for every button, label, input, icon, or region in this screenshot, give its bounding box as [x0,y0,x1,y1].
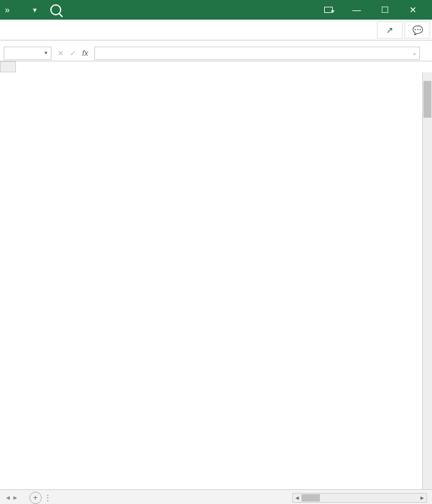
formula-buttons: ✕ ✓ fx [51,48,94,58]
sheet-nav-prev-icon[interactable]: ◄ [5,494,11,501]
search-icon[interactable] [50,4,61,15]
horizontal-scrollbar[interactable]: ◄ ► [292,493,427,503]
ribbon-display-options-icon[interactable] [314,0,343,20]
sheet-nav-next-icon[interactable]: ► [12,494,18,501]
vertical-scrollbar[interactable] [422,72,432,489]
share-button[interactable]: ↗ [377,21,403,39]
comments-button[interactable]: 💬 [404,21,430,39]
cancel-formula-icon[interactable]: ✕ [58,49,64,58]
name-box[interactable]: ▼ [4,47,51,60]
column-headers [0,61,432,72]
hscroll-left-icon[interactable]: ◄ [293,495,301,501]
insert-function-icon[interactable]: fx [82,48,88,58]
sheet-tab-bar: ◄ ► + ⋮ ◄ ► [0,489,432,504]
spreadsheet-grid [0,61,432,489]
minimize-button[interactable]: — [343,0,371,20]
maximize-button[interactable]: ☐ [371,0,399,20]
ribbon-collapse-icon[interactable]: » [5,5,10,15]
formula-bar: ▼ ✕ ✓ fx ⌄ [0,45,432,61]
ribbon-tabs: ↗ 💬 [0,20,432,40]
name-box-dropdown-icon[interactable]: ▼ [44,50,48,56]
hscroll-right-icon[interactable]: ► [418,495,426,501]
formula-input[interactable]: ⌄ [94,47,420,60]
select-all-corner[interactable] [0,61,16,72]
accept-formula-icon[interactable]: ✓ [70,49,76,58]
close-button[interactable]: ✕ [399,0,427,20]
title-dropdown-icon[interactable]: ▼ [32,7,38,13]
row-headers [0,72,16,489]
tab-scroll-splitter[interactable]: ⋮ [44,494,48,502]
add-sheet-button[interactable]: + [29,492,42,504]
title-bar: » ▼ — ☐ ✕ [0,0,432,20]
formula-expand-icon[interactable]: ⌄ [412,50,417,56]
sheet-nav: ◄ ► [0,494,23,501]
